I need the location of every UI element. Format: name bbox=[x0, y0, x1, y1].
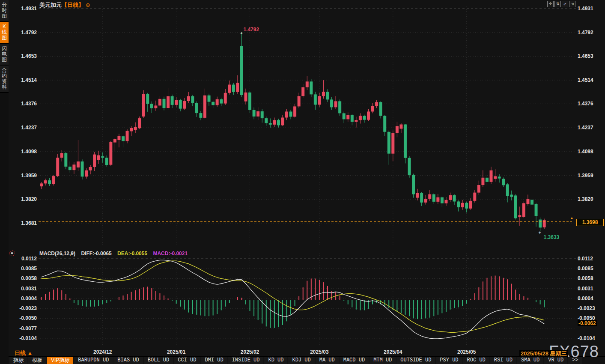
candle-body bbox=[265, 118, 268, 123]
candle-body bbox=[518, 215, 521, 217]
candle-body bbox=[44, 180, 47, 183]
macd-axis-label: 0.0004 bbox=[578, 296, 593, 301]
candle-body bbox=[244, 92, 247, 101]
candle-body bbox=[289, 111, 292, 116]
candle-body bbox=[530, 200, 533, 204]
candle-body bbox=[314, 94, 317, 104]
candle-body bbox=[494, 176, 497, 179]
current-price-badge: 1.3698 bbox=[576, 219, 604, 226]
tab-BIAS_UD[interactable]: BIAS_UD bbox=[113, 357, 143, 364]
candle-body bbox=[150, 104, 153, 108]
tab-SMA_UD[interactable]: SMA_UD bbox=[517, 357, 543, 364]
goto-latest-icon[interactable]: ⇥ bbox=[569, 1, 575, 7]
tab-BARUPDN_UD[interactable]: BARUPDN_UD bbox=[74, 357, 113, 364]
tab-[interactable]: >> bbox=[568, 357, 582, 364]
date-axis-label: 2025/01 bbox=[167, 349, 185, 355]
candle-body bbox=[432, 194, 435, 202]
tab-ROC_UD[interactable]: ROC_UD bbox=[463, 357, 489, 364]
sidebar-item-K线图[interactable]: K 线 图 bbox=[0, 22, 9, 44]
price-arrow-icon: ▲ bbox=[570, 216, 574, 220]
tab-DMI_UD[interactable]: DMI_UD bbox=[201, 357, 227, 364]
tab-OUTSIDE_UD[interactable]: OUTSIDE_UD bbox=[396, 357, 435, 364]
macd-axis-label: 0.0031 bbox=[578, 286, 593, 291]
candle-body bbox=[355, 120, 358, 122]
macd-current-value-badge: -0.0062 bbox=[578, 320, 597, 326]
tab-CCI_UD[interactable]: CCI_UD bbox=[174, 357, 200, 364]
candle-body bbox=[101, 156, 104, 158]
price-axis-label: 1.4514 bbox=[578, 78, 593, 83]
period-selector[interactable]: 日线 ▲ bbox=[15, 349, 33, 357]
candle-body bbox=[379, 102, 382, 116]
tab-VR_UD[interactable]: VR_UD bbox=[544, 357, 567, 364]
candle-body bbox=[506, 184, 509, 196]
date-axis-label: 2025/03 bbox=[310, 349, 328, 355]
tab-[interactable]: 模板 bbox=[28, 357, 46, 364]
candle-body bbox=[343, 113, 346, 119]
candle-body bbox=[236, 83, 239, 92]
macd-axis-label: 0.0058 bbox=[578, 276, 593, 281]
crosshair-icon[interactable]: ✛ bbox=[547, 1, 554, 7]
candle-body bbox=[281, 118, 284, 125]
candle-body bbox=[191, 96, 194, 103]
candle-body bbox=[195, 103, 198, 113]
candle-body bbox=[163, 99, 166, 108]
tab-PSY_UD[interactable]: PSY_UD bbox=[436, 357, 462, 364]
panel-separator bbox=[9, 249, 605, 249]
candle-body bbox=[486, 178, 489, 182]
candle-body bbox=[81, 161, 84, 176]
tab-MA_UD[interactable]: MA_UD bbox=[316, 357, 339, 364]
tab-[interactable]: 指标 bbox=[9, 357, 27, 364]
dea-line bbox=[42, 261, 545, 332]
candle-body bbox=[40, 183, 43, 186]
candle-body bbox=[113, 139, 116, 143]
tab-MTM_UD[interactable]: MTM_UD bbox=[370, 357, 396, 364]
date-axis-label: 2025/02 bbox=[241, 349, 259, 355]
candle-body bbox=[277, 120, 280, 125]
sidebar-item-闪电图[interactable]: 闪 电 图 bbox=[0, 44, 9, 66]
candle-body bbox=[477, 185, 480, 193]
tab-KD_UD[interactable]: KD_UD bbox=[264, 357, 287, 364]
candle-body bbox=[322, 92, 325, 96]
macd-macd-value: MACD:-0.0021 bbox=[153, 251, 188, 257]
candle-body bbox=[399, 125, 402, 129]
candle-body bbox=[228, 85, 231, 93]
candle-body bbox=[97, 155, 100, 160]
axis-pan-icon[interactable]: ⇗ bbox=[562, 1, 568, 7]
candle-body bbox=[212, 102, 215, 105]
sidebar-item-分时图[interactable]: 分 时 图 bbox=[0, 0, 9, 22]
candle-body bbox=[146, 94, 149, 104]
price-axis-label: 1.4237 bbox=[578, 125, 593, 130]
axis-scale-icon[interactable]: ⇅ bbox=[554, 1, 561, 7]
add-indicator-icon[interactable]: ⊕ bbox=[86, 2, 90, 8]
candle-body bbox=[48, 180, 51, 184]
candle-body bbox=[122, 136, 125, 141]
chart-canvas[interactable] bbox=[0, 0, 605, 364]
chart-toolbar: ✛⇅⇗⇥ bbox=[547, 1, 575, 7]
candle-body bbox=[338, 101, 341, 113]
trading-app-window: 分 时 图K 线 图闪 电 图合 约 资 料 美元加元【日线】 ⊕ ✛⇅⇗⇥ 1… bbox=[0, 0, 605, 364]
candle-body bbox=[224, 93, 227, 104]
candle-body bbox=[203, 95, 206, 118]
tab-BOLL_UD[interactable]: BOLL_UD bbox=[144, 357, 173, 364]
tab-KDJ_UD[interactable]: KDJ_UD bbox=[288, 357, 314, 364]
macd-indicator-name: MACD(26,12,9) bbox=[39, 251, 75, 257]
indicator-tab-bar: 指标模板VIP指标BARUPDN_UDBIAS_UDBOLL_UDCCI_UDD… bbox=[9, 357, 605, 364]
candle-body bbox=[56, 158, 59, 176]
candle-body bbox=[387, 132, 390, 154]
tab-INSIDE_UD[interactable]: INSIDE_UD bbox=[228, 357, 264, 364]
candle-body bbox=[126, 131, 129, 141]
candle-body bbox=[539, 220, 542, 228]
sidebar-item-合约资料[interactable]: 合 约 资 料 bbox=[0, 66, 9, 93]
candle-body bbox=[208, 95, 211, 102]
high-price-annotation: 1.4792 bbox=[243, 27, 259, 33]
candle-body bbox=[72, 164, 75, 170]
tab-RSI_UD[interactable]: RSI_UD bbox=[490, 357, 516, 364]
tab-VIP[interactable]: VIP指标 bbox=[47, 357, 73, 364]
candle-body bbox=[424, 199, 427, 203]
indicator-settings-icon[interactable] bbox=[9, 251, 15, 256]
candle-body bbox=[428, 194, 431, 199]
candle-body bbox=[473, 193, 476, 201]
tab-MACD_UD[interactable]: MACD_UD bbox=[340, 357, 369, 364]
candle-body bbox=[453, 195, 456, 201]
low-price-annotation: 1.3633 bbox=[544, 234, 560, 240]
